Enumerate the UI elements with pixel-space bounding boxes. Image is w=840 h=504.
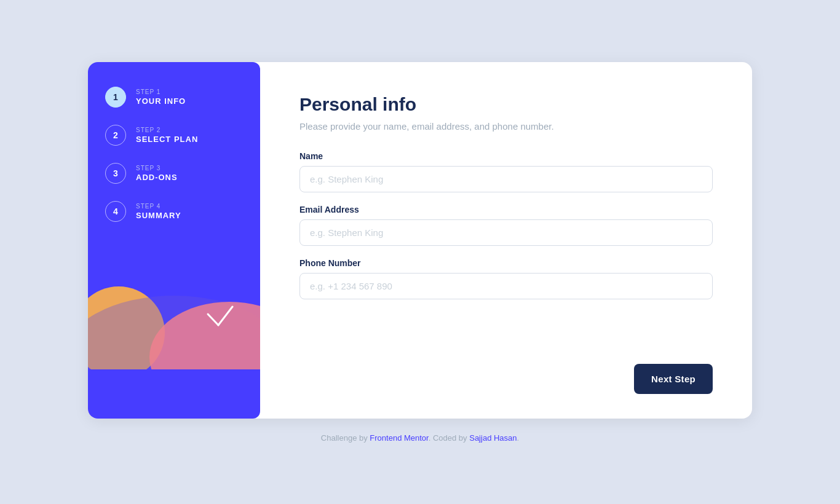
step-title-1: YOUR INFO [136, 96, 186, 106]
email-label: Email Address [299, 205, 713, 215]
main-card: 1 STEP 1 YOUR INFO 2 STEP 2 SELECT PLAN … [88, 62, 752, 419]
sidebar-decorative-svg [88, 234, 260, 369]
footer-text-after: . [517, 433, 520, 443]
email-input[interactable] [299, 219, 713, 246]
sajjad-hasan-link[interactable]: Sajjad Hasan [469, 433, 517, 443]
step-label-1: STEP 1 [136, 89, 186, 95]
form-subtitle: Please provide your name, email address,… [299, 121, 713, 132]
step-title-4: SUMMARY [136, 211, 181, 220]
name-field-group: Name [299, 151, 713, 192]
footer-text-between: . Coded by [429, 433, 470, 443]
footer: Challenge by Frontend Mentor. Coded by S… [321, 433, 519, 443]
svg-point-2 [149, 302, 260, 369]
sidebar: 1 STEP 1 YOUR INFO 2 STEP 2 SELECT PLAN … [88, 62, 260, 419]
step-title-2: SELECT PLAN [136, 135, 198, 144]
email-field-group: Email Address [299, 205, 713, 246]
svg-line-4 [218, 307, 232, 325]
step-label-3: STEP 3 [136, 165, 178, 171]
sidebar-step-4: 4 STEP 4 SUMMARY [105, 201, 243, 222]
step-title-3: ADD-ONS [136, 173, 178, 182]
svg-line-3 [208, 314, 218, 325]
name-label: Name [299, 151, 713, 161]
footer-text-before: Challenge by [321, 433, 370, 443]
sidebar-step-2: 2 STEP 2 SELECT PLAN [105, 125, 243, 146]
step-number-3: 3 [105, 163, 126, 184]
step-label-4: STEP 4 [136, 203, 181, 210]
step-info-4: STEP 4 SUMMARY [136, 203, 181, 220]
step-number-1: 1 [105, 87, 126, 108]
phone-label: Phone Number [299, 258, 713, 268]
sidebar-step-3: 3 STEP 3 ADD-ONS [105, 163, 243, 184]
step-number-2: 2 [105, 125, 126, 146]
form-footer: Next Step [299, 349, 713, 394]
next-step-button[interactable]: Next Step [634, 364, 713, 394]
sidebar-step-1: 1 STEP 1 YOUR INFO [105, 87, 243, 108]
svg-point-0 [88, 286, 165, 369]
main-content: Personal info Please provide your name, … [260, 62, 752, 419]
step-number-4: 4 [105, 201, 126, 222]
svg-point-1 [88, 296, 260, 369]
step-info-1: STEP 1 YOUR INFO [136, 89, 186, 106]
step-info-2: STEP 2 SELECT PLAN [136, 127, 198, 144]
name-input[interactable] [299, 166, 713, 192]
step-label-2: STEP 2 [136, 127, 198, 133]
form-title: Personal info [299, 94, 713, 115]
phone-input[interactable] [299, 273, 713, 299]
step-info-3: STEP 3 ADD-ONS [136, 165, 178, 182]
frontend-mentor-link[interactable]: Frontend Mentor [370, 433, 428, 443]
phone-field-group: Phone Number [299, 258, 713, 299]
